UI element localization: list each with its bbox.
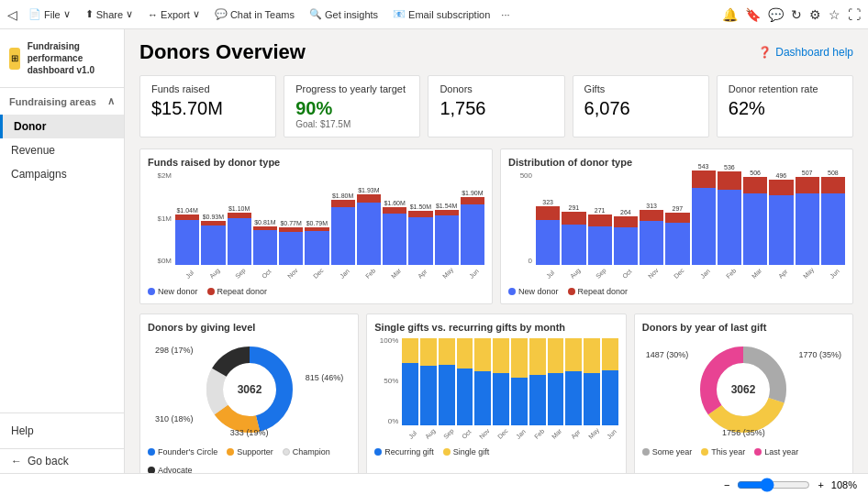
- kpi-label: Donors: [440, 83, 552, 94]
- email-button[interactable]: 📧 Email subscription: [389, 6, 494, 22]
- pct-last-year: 1770 (35%): [798, 350, 841, 359]
- kpi-value: 1,756: [440, 98, 552, 119]
- file-menu[interactable]: 📄 File ∨: [25, 6, 74, 22]
- kpi-value: 6,076: [584, 98, 697, 119]
- bar-group: [584, 336, 600, 425]
- bar-group: $0.93M: [201, 171, 225, 265]
- single-recurring-chart: Single gifts vs. recurring gifts by mont…: [366, 314, 627, 473]
- x-axis-labels: JulAugSepOctNovDecJanFebMarAprMayJun: [175, 265, 484, 281]
- refresh-icon[interactable]: ↻: [791, 7, 802, 22]
- svg-text:3062: 3062: [731, 383, 756, 396]
- bar-group: [548, 336, 564, 425]
- bar-group: [529, 336, 546, 425]
- legend-last-year: Last year: [754, 447, 798, 456]
- legend-supporter: Supporter: [227, 447, 273, 456]
- legend-recurring: Recurring gift: [374, 447, 434, 456]
- insights-icon: 🔍: [309, 8, 322, 20]
- funds-legend: New donor Repeat donor: [148, 287, 484, 296]
- bottom-bar: − + 108%: [0, 473, 868, 495]
- collapse-sidebar-icon[interactable]: ◁: [7, 7, 17, 22]
- zoom-out-icon[interactable]: −: [724, 479, 729, 490]
- dashboard-help-button[interactable]: ❓ Dashboard help: [758, 46, 853, 59]
- giving-legend: Founder's Circle Supporter Champion Advo…: [148, 447, 351, 473]
- more-options[interactable]: ···: [501, 9, 509, 20]
- bar-group: 271: [588, 171, 612, 265]
- bar-group: [493, 336, 509, 425]
- sidebar-section: Fundraising areas ∧: [0, 88, 124, 115]
- fullscreen-icon[interactable]: ⛶: [848, 7, 861, 22]
- go-back-button[interactable]: ← Go back: [0, 448, 124, 473]
- y-axis: 100% 50% 0%: [374, 336, 400, 425]
- kpi-progress: Progress to yearly target 90% Goal: $17.…: [284, 75, 420, 138]
- chart-row-2: Donors by giving level 298 (17%) 815 (46…: [139, 314, 853, 473]
- bar-group: 264: [614, 171, 638, 265]
- legend-repeat-donor: Repeat donor: [568, 287, 629, 296]
- email-icon: 📧: [393, 8, 406, 20]
- chat-button[interactable]: 💬 Chat in Teams: [211, 6, 298, 22]
- share-icon: ⬆: [85, 8, 94, 20]
- donut-container-2: 1487 (30%) 1770 (35%) 1756 (35%) 3062: [642, 336, 845, 442]
- bar-group: [420, 336, 437, 425]
- star-icon[interactable]: ☆: [829, 7, 840, 22]
- comment-icon[interactable]: 💬: [768, 7, 784, 22]
- pct-label-bottom-left: 310 (18%): [155, 414, 194, 424]
- bar-group: 496: [769, 171, 793, 265]
- share-menu[interactable]: ⬆ Share ∨: [82, 6, 137, 22]
- kpi-retention: Donor retention rate 62%: [717, 75, 853, 138]
- bar-group: 291: [562, 171, 585, 265]
- svg-text:3062: 3062: [237, 383, 262, 396]
- legend-advocate: Advocate: [148, 466, 193, 473]
- pct-label-bottom: 333 (19%): [230, 428, 269, 437]
- zoom-level: 108%: [831, 479, 857, 490]
- file-icon: 📄: [28, 8, 41, 20]
- settings-icon[interactable]: ⚙: [809, 7, 821, 22]
- bar-group: $1.80M: [331, 171, 355, 265]
- sidebar-item-donor[interactable]: Donor: [0, 115, 124, 138]
- bar-groups: 323291271264313297543536506496507508: [536, 171, 845, 265]
- app-logo: ⊞: [9, 48, 20, 70]
- legend-founders: Founder's Circle: [148, 447, 217, 456]
- sidebar-nav: Donor Revenue Campaigns: [0, 115, 124, 412]
- notifications-icon[interactable]: 🔔: [722, 7, 738, 22]
- sidebar-logo: ⊞ Fundraising performance dashboard v1.0: [0, 29, 124, 88]
- insights-button[interactable]: 🔍 Get insights: [306, 6, 382, 22]
- pct-label-top-left: 298 (17%): [155, 346, 194, 355]
- sidebar-item-revenue[interactable]: Revenue: [0, 138, 124, 162]
- bar-group: $1.10M: [228, 171, 251, 265]
- bar-group: $0.81M: [253, 171, 277, 265]
- bar-group: 506: [743, 171, 767, 265]
- stacked-chart-area: 100% 50% 0% JulAugSepOctNovDecJanFebMarA…: [374, 336, 618, 442]
- legend-new-donor: New donor: [148, 287, 198, 296]
- sidebar-item-campaigns[interactable]: Campaigns: [0, 162, 124, 186]
- kpi-funds-raised: Funds raised $15.70M: [139, 75, 276, 138]
- bookmark-icon[interactable]: 🔖: [745, 7, 761, 22]
- export-icon: ↔: [148, 9, 158, 20]
- zoom-in-icon[interactable]: +: [818, 479, 823, 490]
- export-menu[interactable]: ↔ Export ∨: [144, 6, 204, 22]
- page-title: Donors Overview: [139, 40, 306, 64]
- last-gift-chart: Donors by year of last gift 1487 (30%) 1…: [634, 314, 853, 473]
- legend-repeat-donor: Repeat donor: [207, 287, 268, 296]
- main-content: Donors Overview ❓ Dashboard help Funds r…: [125, 29, 868, 473]
- kpi-value: $15.70M: [151, 98, 264, 119]
- pct-some-year: 1487 (30%): [646, 350, 689, 359]
- legend-dot-new: [508, 288, 516, 295]
- bar-group: $1.60M: [383, 171, 406, 265]
- bar-group: [439, 336, 455, 425]
- section-collapse-icon[interactable]: ∧: [107, 95, 115, 107]
- bar-group: 313: [640, 171, 663, 265]
- bar-groups: $1.04M$0.93M$1.10M$0.81M$0.77M$0.79M$1.8…: [175, 171, 484, 265]
- legend-dot-repeat: [568, 288, 575, 295]
- chart-title: Distribution of donor type: [508, 157, 845, 168]
- sr-legend: Recurring gift Single gift: [374, 447, 618, 456]
- legend-dot-repeat: [207, 288, 215, 295]
- bar-group: $1.54M: [435, 171, 459, 265]
- bar-group: 536: [718, 171, 741, 265]
- bar-group: $0.77M: [279, 171, 303, 265]
- sidebar-item-help[interactable]: Help: [11, 421, 113, 441]
- kpi-label: Funds raised: [151, 83, 264, 94]
- dist-legend: New donor Repeat donor: [508, 287, 845, 296]
- bar-group: 543: [692, 171, 716, 265]
- zoom-slider[interactable]: [737, 478, 810, 492]
- chart-title: Funds raised by donor type: [148, 157, 484, 168]
